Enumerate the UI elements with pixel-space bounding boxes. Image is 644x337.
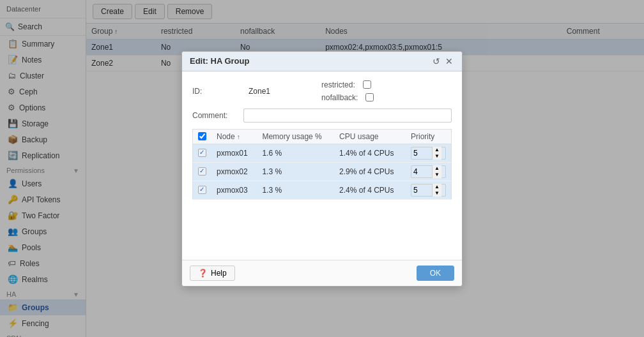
modal-nodes-table: Node↑ Memory usage % CPU usage Priority … [192, 129, 452, 200]
row-checkbox[interactable] [198, 186, 206, 194]
id-value: Zone1 [249, 87, 270, 96]
cell-priority: ▲ ▼ [406, 144, 452, 162]
help-label: Help [211, 269, 227, 278]
modal-header-actions: ↺ ✕ [431, 56, 454, 66]
row-checkbox[interactable] [198, 149, 206, 157]
modal-overlay: Edit: HA Group ↺ ✕ ID: Zone1 restricted: [0, 0, 644, 337]
modal-header: Edit: HA Group ↺ ✕ [182, 52, 462, 71]
restricted-label: restricted: [321, 80, 355, 89]
row-check [193, 144, 212, 162]
priority-input[interactable] [411, 185, 432, 195]
col-memory: Memory usage % [257, 129, 334, 144]
spinner-buttons: ▲ ▼ [432, 165, 441, 178]
spinner-up[interactable]: ▲ [433, 165, 441, 172]
priority-input[interactable] [411, 148, 432, 158]
modal-footer: ❓ Help OK [182, 260, 462, 286]
cell-memory: 1.3 % [257, 181, 334, 199]
help-icon: ❓ [198, 269, 208, 278]
spinner-up[interactable]: ▲ [433, 184, 441, 190]
spinner-down[interactable]: ▼ [433, 153, 441, 160]
ok-button[interactable]: OK [417, 266, 454, 281]
spinner-up[interactable]: ▲ [433, 147, 441, 153]
spinner-down[interactable]: ▼ [433, 172, 441, 178]
modal-title: Edit: HA Group [190, 56, 249, 66]
nofallback-checkbox[interactable] [365, 93, 374, 101]
id-label: ID: [192, 87, 243, 96]
row-checkbox[interactable] [198, 167, 206, 176]
modal-body: ID: Zone1 restricted: nofallback: Comme [182, 71, 462, 260]
cell-cpu: 1.4% of 4 CPUs [334, 144, 406, 162]
cell-node: pxmox02 [211, 162, 257, 181]
spinner-down[interactable]: ▼ [433, 190, 441, 197]
spinner-buttons: ▲ ▼ [432, 184, 441, 197]
modal-top-section: ID: Zone1 restricted: nofallback: [192, 80, 452, 102]
restricted-checkbox[interactable] [363, 80, 371, 89]
modal-checkboxes: restricted: nofallback: [321, 80, 374, 102]
modal-empty-area [192, 200, 452, 251]
edit-ha-group-modal: Edit: HA Group ↺ ✕ ID: Zone1 restricted: [181, 51, 463, 287]
comment-input[interactable] [243, 109, 452, 123]
col-node: Node↑ [211, 129, 257, 144]
nofallback-row: nofallback: [321, 93, 374, 102]
cell-memory: 1.3 % [257, 162, 334, 181]
modal-comment-row: Comment: [192, 109, 452, 123]
cell-node: pxmox03 [211, 181, 257, 199]
cell-cpu: 2.4% of 4 CPUs [334, 181, 406, 199]
cell-node: pxmox01 [211, 144, 257, 162]
help-button[interactable]: ❓ Help [190, 266, 235, 281]
select-all-checkbox[interactable] [198, 132, 206, 140]
modal-close-button[interactable]: ✕ [444, 56, 454, 66]
comment-label: Comment: [192, 111, 243, 120]
modal-reset-button[interactable]: ↺ [431, 56, 441, 66]
cell-priority: ▲ ▼ [406, 181, 452, 199]
spinner-buttons: ▲ ▼ [432, 147, 441, 160]
priority-spinner[interactable]: ▲ ▼ [411, 184, 446, 197]
priority-input[interactable] [411, 167, 432, 177]
modal-id-row: ID: Zone1 [192, 80, 270, 102]
restricted-row: restricted: [321, 80, 374, 89]
row-check [193, 181, 212, 199]
priority-spinner[interactable]: ▲ ▼ [411, 165, 446, 178]
col-cpu: CPU usage [334, 129, 406, 144]
nofallback-label: nofallback: [321, 93, 358, 102]
row-check [193, 162, 212, 181]
table-row[interactable]: pxmox01 1.6 % 1.4% of 4 CPUs ▲ ▼ [193, 144, 452, 162]
cell-cpu: 2.9% of 4 CPUs [334, 162, 406, 181]
cell-priority: ▲ ▼ [406, 162, 452, 181]
priority-spinner[interactable]: ▲ ▼ [411, 147, 446, 160]
table-row[interactable]: pxmox02 1.3 % 2.9% of 4 CPUs ▲ ▼ [193, 162, 452, 181]
col-priority: Priority [406, 129, 452, 144]
col-check [193, 129, 212, 144]
cell-memory: 1.6 % [257, 144, 334, 162]
table-row[interactable]: pxmox03 1.3 % 2.4% of 4 CPUs ▲ ▼ [193, 181, 452, 199]
